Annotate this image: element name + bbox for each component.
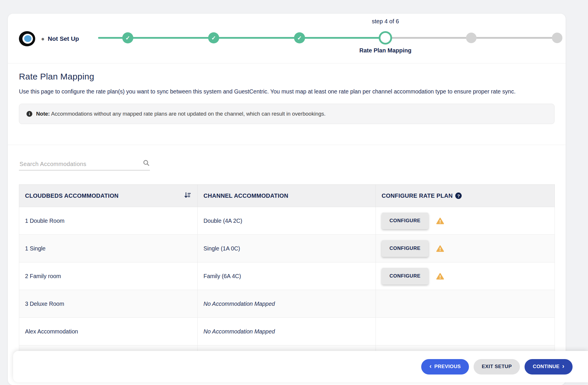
info-icon: i xyxy=(26,111,32,117)
cloudbeds-accommodation-cell: 2 Family room xyxy=(19,262,198,290)
channel-accommodation-cell: Single (1A 0C) xyxy=(198,235,376,262)
search-icon xyxy=(143,159,150,168)
search-input[interactable] xyxy=(19,160,132,168)
configure-button[interactable]: CONFIGURE xyxy=(382,213,428,229)
continue-button[interactable]: CONTINUE › xyxy=(525,359,573,375)
cloudbeds-accommodation-cell: 1 Double Room xyxy=(19,207,198,235)
channel-status: ● Not Set Up xyxy=(41,35,79,42)
configure-cell: CONFIGURE xyxy=(382,268,549,285)
note-text: Accommodations without any mapped rate p… xyxy=(51,111,325,117)
step-1-circle: ✓ xyxy=(122,32,133,43)
channel-accommodation-cell: No Accommodation Mapped xyxy=(198,318,376,345)
help-question-icon[interactable]: ? xyxy=(455,192,462,199)
step-3-circle: ✓ xyxy=(294,32,305,43)
status-dot-icon: ● xyxy=(41,36,45,42)
step-5-circle xyxy=(466,33,477,43)
table-row: 1 Double Room Double (4A 2C) CONFIGURE xyxy=(19,207,555,235)
table-row: 2 Family room Family (6A 4C) CONFIGURE xyxy=(19,262,555,290)
current-step-label: Rate Plan Mapping xyxy=(359,47,412,54)
step-6-circle xyxy=(552,33,562,43)
check-icon: ✓ xyxy=(211,35,216,41)
channel-accommodation-cell: No Accommodation Mapped xyxy=(198,290,376,318)
warning-icon xyxy=(436,245,444,252)
configure-button[interactable]: CONFIGURE xyxy=(382,240,428,257)
warning-icon xyxy=(436,273,444,280)
page-description: Use this page to configure the rate plan… xyxy=(19,86,555,97)
wizard-header: ● Not Set Up step 4 of 6 Rate Plan Mappi… xyxy=(8,14,566,63)
note-label: Note: xyxy=(36,111,50,117)
channel-brand: ● Not Set Up xyxy=(19,14,79,63)
page-title: Rate Plan Mapping xyxy=(19,72,566,82)
setup-stepper: step 4 of 6 Rate Plan Mapping ✓✓✓ xyxy=(95,17,564,63)
channel-logo-icon xyxy=(19,31,35,46)
configure-cell: CONFIGURE xyxy=(382,240,549,257)
table-row: Alex Accommodation No Accommodation Mapp… xyxy=(19,318,555,345)
table-row: 1 Single Single (1A 0C) CONFIGURE xyxy=(19,235,555,262)
step-indicator: step 4 of 6 xyxy=(372,18,399,25)
warning-icon xyxy=(436,217,444,225)
channel-accommodation-cell: Double (4A 2C) xyxy=(198,207,376,235)
note-box: i Note: Accommodations without any mappe… xyxy=(19,104,555,124)
cloudbeds-accommodation-cell: Alex Accommodation xyxy=(19,318,198,345)
section-divider xyxy=(8,145,566,145)
cloudbeds-accommodation-cell: 1 Single xyxy=(19,235,198,262)
accommodation-table: CLOUDBEDS ACCOMMODATION CHANNEL ACCOMMOD… xyxy=(19,184,555,373)
column-header-cloudbeds: CLOUDBEDS ACCOMMODATION xyxy=(19,185,198,207)
wizard-footer: ‹ PREVIOUS EXIT SETUP CONTINUE › xyxy=(13,351,588,382)
column-header-configure: CONFIGURE RATE PLAN ? xyxy=(376,185,555,207)
note-line: Note: Accommodations without any mapped … xyxy=(36,111,325,117)
check-icon: ✓ xyxy=(125,35,130,41)
previous-button[interactable]: ‹ PREVIOUS xyxy=(421,359,469,375)
search-box xyxy=(19,156,150,170)
step-4-circle xyxy=(379,31,392,45)
stepper-progress xyxy=(98,37,385,39)
status-label: Not Set Up xyxy=(48,35,79,42)
configure-cell: CONFIGURE xyxy=(382,213,549,229)
configure-button[interactable]: CONFIGURE xyxy=(382,268,428,285)
setup-wizard-card: ● Not Set Up step 4 of 6 Rate Plan Mappi… xyxy=(8,14,566,385)
chevron-left-icon: ‹ xyxy=(429,363,432,370)
cloudbeds-accommodation-cell: 3 Deluxe Room xyxy=(19,290,198,318)
table-body: 1 Double Room Double (4A 2C) CONFIGURE 1… xyxy=(19,207,555,373)
channel-accommodation-cell: Family (6A 4C) xyxy=(198,262,376,290)
exit-setup-button[interactable]: EXIT SETUP xyxy=(474,359,520,375)
check-icon: ✓ xyxy=(297,35,302,41)
table-header-row: CLOUDBEDS ACCOMMODATION CHANNEL ACCOMMOD… xyxy=(19,185,555,207)
sort-icon[interactable] xyxy=(184,191,192,200)
chevron-right-icon: › xyxy=(562,363,564,370)
step-2-circle: ✓ xyxy=(208,32,219,43)
column-header-channel: CHANNEL ACCOMMODATION xyxy=(198,185,376,207)
table-row: 3 Deluxe Room No Accommodation Mapped xyxy=(19,290,555,318)
